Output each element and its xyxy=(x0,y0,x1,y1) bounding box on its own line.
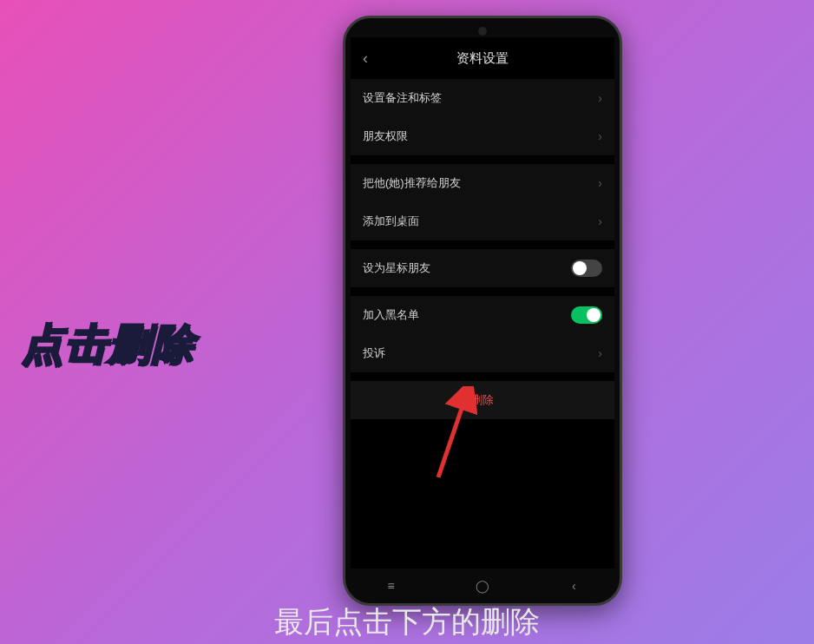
page-title: 资料设置 xyxy=(456,50,509,67)
bottom-caption: 最后点击下方的删除 xyxy=(274,602,540,642)
chevron-right-icon: › xyxy=(598,129,602,143)
settings-list: 设置备注和标签 › 朋友权限 › 把他(她)推荐给朋友 › 添加到桌面 › 设为… xyxy=(351,79,614,419)
section-gap xyxy=(351,240,614,249)
section-gap xyxy=(351,372,614,381)
phone-frame: ‹ 资料设置 设置备注和标签 › 朋友权限 › 把他(她)推荐给朋友 › 添加到… xyxy=(343,16,622,606)
section-gap xyxy=(351,155,614,164)
back-icon[interactable]: ‹ xyxy=(363,49,368,68)
section-gap xyxy=(351,287,614,296)
phone-camera-notch xyxy=(478,27,487,36)
phone-screen: ‹ 资料设置 设置备注和标签 › 朋友权限 › 把他(她)推荐给朋友 › 添加到… xyxy=(351,37,614,568)
chevron-right-icon: › xyxy=(598,346,602,360)
item-label: 把他(她)推荐给朋友 xyxy=(363,175,461,191)
item-add-desktop[interactable]: 添加到桌面 › xyxy=(351,202,614,240)
chevron-right-icon: › xyxy=(598,176,602,190)
item-label: 设为星标朋友 xyxy=(363,260,430,276)
item-label: 设置备注和标签 xyxy=(363,90,442,106)
nav-recent-icon[interactable]: ≡ xyxy=(374,579,409,593)
item-friend-permission[interactable]: 朋友权限 › xyxy=(351,117,614,155)
delete-button[interactable]: 删除 xyxy=(351,381,614,419)
side-caption: 点击删除 xyxy=(22,317,195,372)
item-label: 加入黑名单 xyxy=(363,307,419,323)
item-report[interactable]: 投诉 › xyxy=(351,334,614,372)
android-nav-bar: ≡ ◯ ‹ xyxy=(345,575,620,596)
item-remark-tags[interactable]: 设置备注和标签 › xyxy=(351,79,614,117)
chevron-right-icon: › xyxy=(598,214,602,228)
page-header: ‹ 资料设置 xyxy=(351,37,614,79)
toggle-knob xyxy=(587,308,601,322)
item-label: 朋友权限 xyxy=(363,128,408,144)
delete-label: 删除 xyxy=(471,392,494,408)
item-recommend[interactable]: 把他(她)推荐给朋友 › xyxy=(351,164,614,202)
nav-home-icon[interactable]: ◯ xyxy=(465,579,500,593)
item-star-friend[interactable]: 设为星标朋友 xyxy=(351,249,614,287)
item-label: 投诉 xyxy=(363,345,385,361)
chevron-right-icon: › xyxy=(598,91,602,105)
item-blacklist[interactable]: 加入黑名单 xyxy=(351,296,614,334)
toggle-star[interactable] xyxy=(571,260,602,277)
item-label: 添加到桌面 xyxy=(363,214,419,229)
nav-back-icon[interactable]: ‹ xyxy=(556,579,591,593)
toggle-knob xyxy=(573,261,587,275)
toggle-blacklist[interactable] xyxy=(571,306,602,324)
